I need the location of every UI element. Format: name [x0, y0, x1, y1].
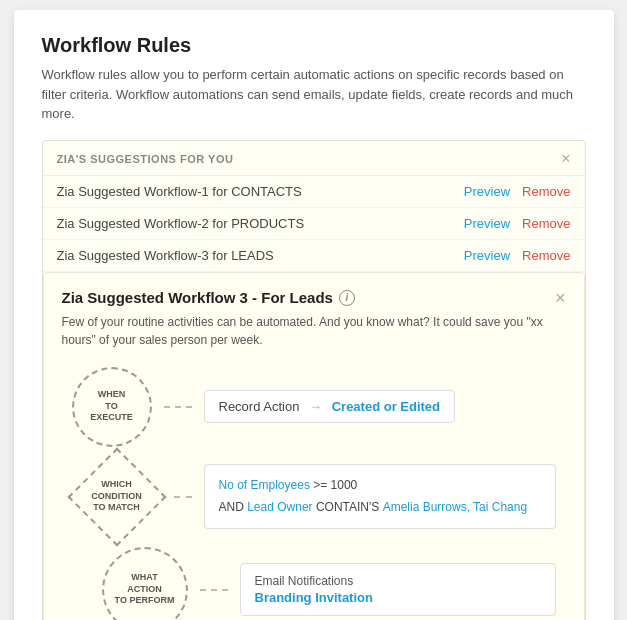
remove-link-2[interactable]: Remove — [522, 216, 570, 231]
suggestion-actions-3: Preview Remove — [464, 248, 571, 263]
preview-link-2[interactable]: Preview — [464, 216, 510, 231]
dashed-connector-1 — [164, 406, 192, 408]
zia-suggestions-header: ZIA'S SUGGESTIONS FOR YOU × — [43, 141, 585, 176]
remove-link-1[interactable]: Remove — [522, 184, 570, 199]
condition-line-1: No of Employees >= 1000 — [219, 475, 541, 497]
action-value: Branding Invitation — [255, 590, 541, 605]
page-title: Workflow Rules — [42, 34, 586, 57]
suggestion-row-3: Zia Suggested Workflow-3 for LEADS Previ… — [43, 240, 585, 272]
dashed-connector-3 — [200, 589, 228, 591]
zia-suggestions-title: ZIA'S SUGGESTIONS FOR YOU — [57, 153, 234, 165]
record-action-box: Record Action → Created or Edited — [204, 390, 456, 423]
suggestion-text-2: Zia Suggested Workflow-2 for PRODUCTS — [57, 216, 305, 231]
preview-link-3[interactable]: Preview — [464, 248, 510, 263]
record-action-value: Created or Edited — [332, 399, 440, 414]
condition-shape: WHICH CONDITION TO MATCH — [72, 461, 162, 533]
workflow-diagram: WHEN TO EXECUTE Record Action → Created … — [62, 367, 566, 621]
suggestion-actions-1: Preview Remove — [464, 184, 571, 199]
info-icon[interactable]: i — [339, 290, 355, 306]
close-preview-button[interactable]: × — [555, 289, 566, 307]
remove-link-3[interactable]: Remove — [522, 248, 570, 263]
preview-link-1[interactable]: Preview — [464, 184, 510, 199]
action-shape: WHAT ACTION TO PERFORM — [102, 547, 188, 621]
suggestion-actions-2: Preview Remove — [464, 216, 571, 231]
workflow-preview-title: Zia Suggested Workflow 3 - For Leads i — [62, 289, 355, 306]
page-description: Workflow rules allow you to perform cert… — [42, 65, 586, 124]
workflow-preview-panel: Zia Suggested Workflow 3 - For Leads i ×… — [43, 272, 585, 621]
diagram-row-when: WHEN TO EXECUTE Record Action → Created … — [72, 367, 556, 447]
diagram-row-condition: WHICH CONDITION TO MATCH No of Employees… — [72, 461, 556, 533]
dashed-connector-2 — [174, 496, 192, 498]
workflow-preview-description: Few of your routine activities can be au… — [62, 313, 566, 349]
when-shape: WHEN TO EXECUTE — [72, 367, 152, 447]
suggestion-text-1: Zia Suggested Workflow-1 for CONTACTS — [57, 184, 302, 199]
condition-shape-label: WHICH CONDITION TO MATCH — [91, 479, 142, 514]
suggestion-row-1: Zia Suggested Workflow-1 for CONTACTS Pr… — [43, 176, 585, 208]
action-box: Email Notifications Branding Invitation — [240, 563, 556, 616]
condition-box: No of Employees >= 1000 AND Lead Owner C… — [204, 464, 556, 529]
condition-line-2: AND Lead Owner CONTAIN'S Amelia Burrows,… — [219, 497, 541, 519]
diagram-row-action: WHAT ACTION TO PERFORM Email Notificatio… — [72, 547, 556, 621]
page-container: Workflow Rules Workflow rules allow you … — [14, 10, 614, 620]
workflow-preview-header: Zia Suggested Workflow 3 - For Leads i × — [62, 289, 566, 307]
zia-suggestions-panel: ZIA'S SUGGESTIONS FOR YOU × Zia Suggeste… — [42, 140, 586, 621]
close-suggestions-button[interactable]: × — [561, 151, 570, 167]
suggestion-text-3: Zia Suggested Workflow-3 for LEADS — [57, 248, 274, 263]
suggestion-row-2: Zia Suggested Workflow-2 for PRODUCTS Pr… — [43, 208, 585, 240]
action-type: Email Notifications — [255, 574, 541, 588]
